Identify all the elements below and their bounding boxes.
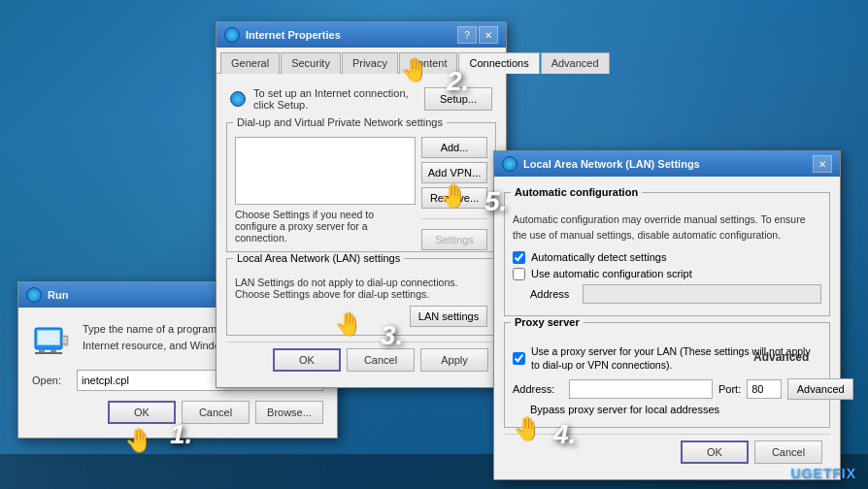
inet-globe-icon [230, 91, 246, 107]
run-icon [32, 321, 71, 360]
run-titlebar-icon [26, 287, 42, 303]
svg-rect-3 [39, 349, 45, 352]
inet-setup-button[interactable]: Setup... [424, 87, 492, 111]
lan-ok-button[interactable]: OK [681, 440, 749, 464]
address-input[interactable] [583, 284, 821, 304]
vpn-buttons: Add... Add VPN... Remove... Settings [421, 137, 487, 250]
proxy-use-checkbox[interactable] [513, 352, 525, 365]
inet-footer: OK Cancel Apply [226, 342, 496, 377]
add-button[interactable]: Add... [421, 137, 487, 158]
vpn-list[interactable] [235, 137, 416, 205]
auto-script-checkbox[interactable] [513, 268, 525, 280]
watermark: UGETFIX [790, 466, 856, 481]
remove-button[interactable]: Remove... [421, 187, 487, 209]
proxy-server-label: Proxy server [511, 316, 584, 328]
inet-titlebar-icon [224, 27, 240, 43]
lan-footer: OK Cancel [504, 434, 830, 470]
lan-close-button[interactable]: ✕ [813, 155, 832, 173]
proxy-server-section: Proxy server Use a proxy server for your… [504, 322, 830, 428]
inet-help-button[interactable]: ? [457, 26, 477, 44]
auto-detect-label: Automatically detect settings [531, 251, 666, 263]
auto-detect-checkbox[interactable] [513, 251, 525, 264]
watermark-suffix: FIX [832, 466, 856, 481]
run-browse-button[interactable]: Browse... [255, 401, 323, 424]
lan-text: LAN Settings do not apply to dial-up con… [235, 277, 487, 300]
proxy-port-input[interactable] [747, 379, 782, 399]
lan-titlebar-icon [502, 156, 517, 172]
proxy-help-text: Choose Settings if you need to configure… [235, 209, 416, 244]
svg-rect-7 [63, 338, 67, 340]
svg-rect-9 [63, 343, 67, 344]
inet-apply-button[interactable]: Apply [420, 348, 488, 372]
bypass-label: Bypass proxy server for local addresses [530, 404, 719, 415]
auto-script-row: Use automatic configuration script [513, 268, 821, 280]
inet-ok-button[interactable]: OK [273, 348, 341, 372]
lan-titlebar[interactable]: Local Area Network (LAN) Settings ✕ [494, 151, 840, 177]
run-open-label: Open: [32, 375, 69, 386]
lan-section-label: Local Area Network (LAN) settings [233, 252, 404, 264]
inet-setup-row: To set up an Internet connection, click … [226, 83, 496, 114]
tab-content[interactable]: Content [399, 52, 458, 74]
tab-general[interactable]: General [220, 52, 280, 74]
auto-config-section: Automatic configuration Automatic config… [504, 192, 830, 316]
lan-settings-button[interactable]: LAN settings [410, 306, 487, 327]
internet-properties-dialog: Internet Properties ? ✕ General Security… [216, 21, 507, 388]
address-row: Address [530, 284, 821, 304]
proxy-port-label: Port: [718, 383, 741, 395]
auto-script-label: Use automatic configuration script [531, 268, 692, 279]
svg-rect-2 [38, 331, 59, 344]
lan-settings-dialog: Local Area Network (LAN) Settings ✕ Auto… [493, 150, 841, 480]
vpn-section: Dial-up and Virtual Private Network sett… [226, 122, 496, 252]
tab-connections[interactable]: Connections [458, 52, 539, 74]
inet-titlebar-buttons: ? ✕ [457, 26, 498, 44]
run-title: Run [48, 289, 68, 301]
svg-rect-4 [50, 349, 56, 352]
inet-titlebar[interactable]: Internet Properties ? ✕ [217, 22, 506, 48]
auto-config-label: Automatic configuration [511, 186, 642, 198]
inet-tab-bar: General Security Privacy Content Connect… [217, 48, 506, 74]
watermark-highlight: ET [813, 466, 832, 481]
inet-cancel-button[interactable]: Cancel [347, 348, 415, 372]
settings-button[interactable]: Settings [421, 229, 487, 250]
proxy-addr-label: Address: [513, 383, 563, 395]
run-ok-button[interactable]: OK [108, 401, 176, 424]
lan-title: Local Area Network (LAN) Settings [523, 158, 700, 170]
address-label: Address [530, 288, 575, 300]
run-cancel-button[interactable]: Cancel [182, 401, 250, 424]
lan-section: Local Area Network (LAN) settings LAN Se… [226, 258, 496, 336]
inet-close-button[interactable]: ✕ [479, 26, 498, 44]
inet-title: Internet Properties [246, 29, 341, 41]
auto-detect-row: Automatically detect settings [513, 251, 821, 264]
add-vpn-button[interactable]: Add VPN... [421, 162, 487, 183]
watermark-prefix: UG [790, 466, 813, 481]
lan-titlebar-buttons: ✕ [813, 155, 832, 173]
auto-config-desc: Automatic configuration may override man… [513, 212, 821, 244]
proxy-addr-row: Address: Port: Advanced [513, 378, 821, 400]
advanced-button[interactable]: Advanced [787, 378, 853, 400]
vpn-section-label: Dial-up and Virtual Private Network sett… [233, 116, 447, 128]
svg-rect-5 [35, 352, 62, 354]
svg-rect-8 [63, 341, 67, 342]
lan-cancel-button[interactable]: Cancel [754, 440, 822, 464]
bypass-row: Bypass proxy server for local addresses [530, 404, 821, 415]
proxy-addr-input[interactable] [569, 379, 713, 399]
inet-setup-text: To set up an Internet connection, click … [253, 87, 417, 111]
advanced-label-note: Advanced [753, 350, 809, 364]
tab-advanced[interactable]: Advanced [541, 52, 610, 74]
tab-security[interactable]: Security [281, 52, 341, 74]
tab-privacy[interactable]: Privacy [342, 52, 398, 74]
